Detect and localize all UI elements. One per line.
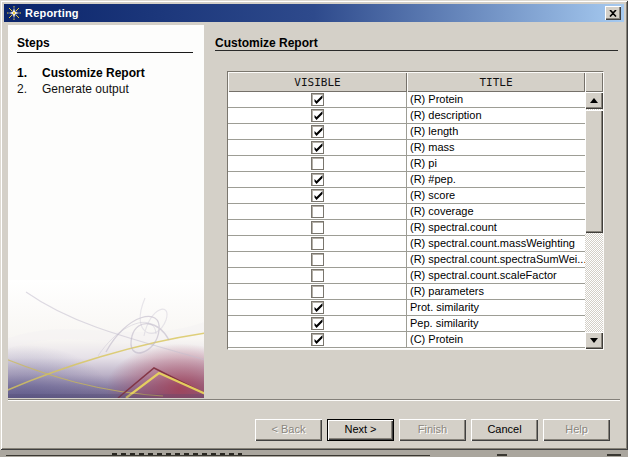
- scroll-down-button[interactable]: [585, 332, 603, 349]
- close-icon: [609, 10, 617, 17]
- checkbox-checked[interactable]: [311, 109, 324, 122]
- visible-cell: [228, 236, 407, 251]
- table-row: (R) parameters: [228, 284, 585, 300]
- table-row: (R) length: [228, 124, 585, 140]
- column-header-visible[interactable]: VISIBLE: [228, 72, 407, 92]
- decorative-swirl-image: [8, 280, 204, 398]
- column-header-spacer: [585, 72, 603, 92]
- title-cell[interactable]: Pep. similarity: [407, 316, 585, 331]
- visible-cell: [228, 300, 407, 315]
- step-item: 1.Customize Report: [17, 66, 197, 80]
- checkbox-unchecked[interactable]: [311, 285, 324, 298]
- footer-separator-highlight: [8, 400, 620, 401]
- background-window-line: [6, 455, 430, 456]
- table-header: VISIBLE TITLE: [228, 72, 603, 92]
- visible-cell: [228, 172, 407, 187]
- table-row: (R) spectral.count.spectraSumWei...: [228, 252, 585, 268]
- visible-cell: [228, 316, 407, 331]
- title-cell[interactable]: (R) pi: [407, 156, 585, 171]
- background-window-mark: [607, 454, 621, 456]
- title-cell[interactable]: (R) spectral.count.scaleFactor: [407, 268, 585, 283]
- title-cell[interactable]: (R) coverage: [407, 204, 585, 219]
- title-cell[interactable]: (R) score: [407, 188, 585, 203]
- checkbox-unchecked[interactable]: [311, 237, 324, 250]
- steps-header: Steps: [17, 36, 193, 53]
- steps-panel: Steps 1.Customize Report2.Generate outpu…: [8, 25, 204, 398]
- window-title: Reporting: [25, 7, 79, 19]
- title-cell[interactable]: (C) Protein: [407, 332, 585, 347]
- table-row: (R) mass: [228, 140, 585, 156]
- checkbox-checked[interactable]: [311, 333, 324, 346]
- checkbox-checked[interactable]: [311, 125, 324, 138]
- title-cell[interactable]: (R) spectral.count: [407, 220, 585, 235]
- reporting-dialog: Reporting: [0, 0, 628, 450]
- checkbox-unchecked[interactable]: [311, 157, 324, 170]
- step-number: 2.: [17, 82, 42, 96]
- arrow-down-icon: [590, 338, 598, 343]
- visible-cell: [228, 108, 407, 123]
- title-cell[interactable]: (R) spectral.count.spectraSumWei...: [407, 252, 585, 267]
- visible-cell: [228, 92, 407, 107]
- visible-cell: [228, 252, 407, 267]
- table-row: (R) coverage: [228, 204, 585, 220]
- columns-table: VISIBLE TITLE (R) Protein(R) description…: [227, 71, 604, 350]
- title-cell[interactable]: (R) #pep.: [407, 172, 585, 187]
- table-body: (R) Protein(R) description(R) length(R) …: [228, 92, 585, 348]
- checkbox-checked[interactable]: [311, 317, 324, 330]
- finish-button[interactable]: Finish: [399, 419, 466, 441]
- table-row: (R) #pep.: [228, 172, 585, 188]
- title-bar[interactable]: Reporting: [4, 4, 624, 22]
- checkbox-checked[interactable]: [311, 141, 324, 154]
- step-label: Customize Report: [42, 66, 145, 80]
- scrollbar-thumb[interactable]: [585, 110, 603, 233]
- checkbox-unchecked[interactable]: [311, 253, 324, 266]
- arrow-up-icon: [590, 98, 598, 103]
- title-cell[interactable]: (R) Protein: [407, 92, 585, 107]
- step-item: 2.Generate output: [17, 82, 197, 96]
- section-title: Customize Report: [215, 36, 318, 50]
- title-cell[interactable]: (R) spectral.count.massWeighting: [407, 236, 585, 251]
- title-cell[interactable]: Prot. similarity: [407, 300, 585, 315]
- table-row: Prot. similarity: [228, 300, 585, 316]
- visible-cell: [228, 140, 407, 155]
- checkbox-checked[interactable]: [311, 301, 324, 314]
- visible-cell: [228, 268, 407, 283]
- table-row: (R) description: [228, 108, 585, 124]
- visible-cell: [228, 332, 407, 347]
- background-window-mark: [497, 454, 507, 456]
- visible-cell: [228, 124, 407, 139]
- table-row: (R) spectral.count: [228, 220, 585, 236]
- table-row: (R) Protein: [228, 92, 585, 108]
- checkbox-unchecked[interactable]: [311, 269, 324, 282]
- checkbox-unchecked[interactable]: [311, 205, 324, 218]
- table-row: (C) Protein: [228, 332, 585, 348]
- section-rule: [215, 50, 618, 51]
- table-row: (R) spectral.count.massWeighting: [228, 236, 585, 252]
- step-number: 1.: [17, 66, 42, 80]
- scroll-up-button[interactable]: [585, 92, 603, 109]
- cancel-button[interactable]: Cancel: [471, 419, 538, 441]
- title-cell[interactable]: (R) length: [407, 124, 585, 139]
- column-header-title[interactable]: TITLE: [407, 72, 585, 92]
- checkbox-checked[interactable]: [311, 173, 324, 186]
- close-button[interactable]: [605, 6, 621, 20]
- vertical-scrollbar[interactable]: [585, 92, 603, 349]
- table-row: (R) score: [228, 188, 585, 204]
- checkbox-checked[interactable]: [311, 93, 324, 106]
- visible-cell: [228, 204, 407, 219]
- table-row: Pep. similarity: [228, 316, 585, 332]
- help-button[interactable]: Help: [543, 419, 610, 441]
- step-label: Generate output: [42, 82, 129, 96]
- checkbox-unchecked[interactable]: [311, 221, 324, 234]
- checkbox-checked[interactable]: [311, 189, 324, 202]
- visible-cell: [228, 284, 407, 299]
- visible-cell: [228, 220, 407, 235]
- app-icon: [7, 6, 21, 20]
- title-cell[interactable]: (R) mass: [407, 140, 585, 155]
- visible-cell: [228, 156, 407, 171]
- table-row: (R) pi: [228, 156, 585, 172]
- title-cell[interactable]: (R) parameters: [407, 284, 585, 299]
- back-button[interactable]: < Back: [255, 419, 322, 441]
- title-cell[interactable]: (R) description: [407, 108, 585, 123]
- next-button[interactable]: Next >: [327, 419, 394, 441]
